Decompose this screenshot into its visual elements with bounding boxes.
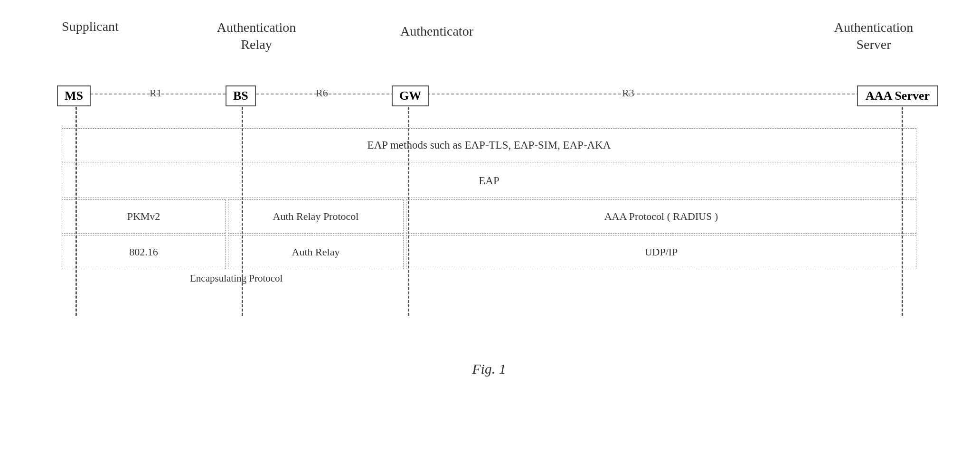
encapsulating-label: Encapsulating Protocol [190, 273, 283, 284]
80216-box: 802.16 [62, 235, 226, 269]
label-r3: R3 [622, 87, 634, 99]
dashed-bs-gw [256, 94, 394, 94]
aaa-protocol-label: AAA Protocol ( RADIUS ) [604, 210, 718, 223]
fig-caption: Fig. 1 [28, 361, 950, 377]
pkmv2-label: PKMv2 [127, 210, 160, 223]
auth-relay-box: Auth Relay [228, 235, 404, 269]
header-authenticator: Authenticator [375, 24, 499, 39]
label-r1: R1 [150, 87, 162, 99]
eap-box: EAP [62, 164, 916, 198]
node-gw: GW [392, 85, 429, 106]
eap-label: EAP [479, 175, 499, 187]
pkmv2-box: PKMv2 [62, 199, 226, 234]
eap-methods-box: EAP methods such as EAP-TLS, EAP-SIM, EA… [62, 128, 916, 162]
header-auth-relay: AuthenticationRelay [199, 19, 313, 54]
label-r6: R6 [316, 87, 328, 99]
udpip-label: UDP/IP [645, 246, 678, 258]
aaa-protocol-box: AAA Protocol ( RADIUS ) [406, 199, 916, 234]
udpip-box: UDP/IP [406, 235, 916, 269]
node-aaa: AAA Server [857, 85, 938, 106]
auth-relay-label: Auth Relay [292, 246, 340, 258]
diagram-container: Supplicant AuthenticationRelay Authentic… [28, 19, 952, 443]
eap-methods-label: EAP methods such as EAP-TLS, EAP-SIM, EA… [368, 139, 611, 151]
auth-relay-protocol-label: Auth Relay Protocol [273, 210, 359, 223]
dashed-ms-bs [90, 94, 230, 94]
80216-label: 802.16 [129, 246, 158, 258]
header-auth-server: AuthenticationServer [807, 19, 940, 54]
node-ms: MS [57, 85, 91, 106]
node-bs: BS [226, 85, 256, 106]
header-supplicant: Supplicant [43, 19, 138, 34]
auth-relay-protocol-box: Auth Relay Protocol [228, 199, 404, 234]
dashed-gw-aaa [427, 94, 859, 94]
